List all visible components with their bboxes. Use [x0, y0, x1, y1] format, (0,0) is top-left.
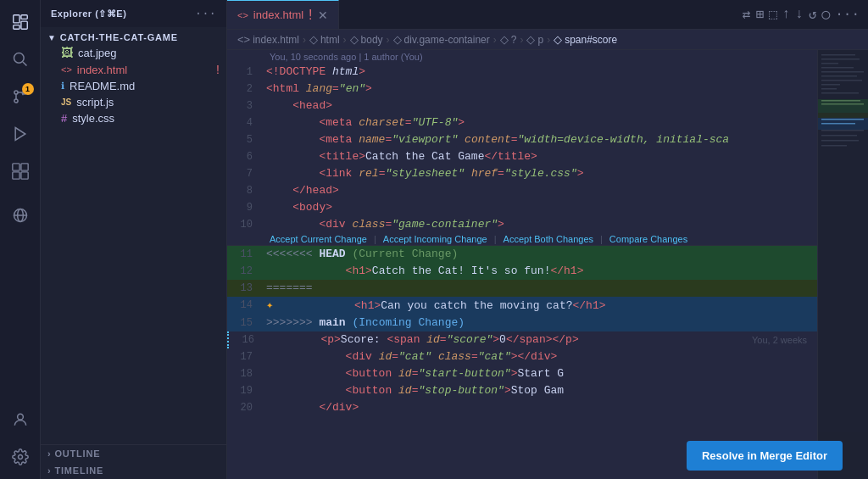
- breadcrumb-file-icon: <>: [237, 33, 250, 46]
- svg-rect-32: [821, 103, 864, 105]
- code-line-20: 20 </div>: [227, 399, 817, 416]
- conflict-actions-bar: Accept Current Change | Accept Incoming …: [227, 233, 817, 246]
- extensions-icon[interactable]: [5, 156, 36, 187]
- breadcrumb-item-div[interactable]: ◇ div.game-container: [393, 33, 490, 46]
- svg-rect-2: [20, 21, 26, 29]
- breadcrumb-item-body[interactable]: ◇ body: [350, 33, 383, 46]
- breadcrumb-item-file[interactable]: <> index.html: [237, 33, 299, 46]
- sidebar-more-icon[interactable]: ···: [195, 7, 216, 20]
- svg-rect-38: [821, 135, 857, 136]
- svg-rect-29: [821, 92, 859, 94]
- code-line-11: 11 <<<<<<< HEAD (Current Change): [227, 246, 817, 263]
- source-control-badge: 1: [22, 83, 34, 95]
- code-content: 1 <!DOCTYPE html> 2 <html lang="en"> 3 <…: [227, 64, 817, 479]
- file-item-cat[interactable]: 🖼 cat.jpeg: [41, 44, 226, 61]
- source-control-icon[interactable]: 1: [5, 81, 36, 112]
- svg-marker-9: [15, 128, 25, 141]
- code-line-15: 15 >>>>>>> main (Incoming Change): [227, 315, 817, 331]
- code-line-5: 5 <meta name="viewport" content="width=d…: [227, 131, 817, 148]
- sidebar-title: Explorer (⇧⌘E): [51, 8, 126, 19]
- html-file-icon: <>: [61, 64, 72, 75]
- sidebar-section-outline[interactable]: › OUTLINE: [41, 445, 226, 462]
- svg-rect-33: [818, 113, 868, 118]
- circle-icon[interactable]: ◯: [822, 6, 831, 23]
- accept-both-action[interactable]: Accept Both Changes: [504, 234, 593, 244]
- code-line-17: 17 <div id="cat" class="cat"></div>: [227, 348, 817, 365]
- breadcrumb-sep-4: ›: [493, 34, 497, 46]
- file-item-style[interactable]: # style.css: [41, 110, 226, 126]
- breadcrumb-item-q[interactable]: ◇ ?: [500, 33, 517, 46]
- git-blame: You, 10 seconds ago | 1 author (You): [227, 50, 817, 64]
- svg-rect-22: [821, 63, 838, 64]
- search-icon[interactable]: [5, 44, 36, 75]
- sidebar-actions: ···: [195, 7, 216, 20]
- breadcrumb-q-icon: ◇: [500, 33, 509, 46]
- breadcrumb-span-icon: ◇: [554, 33, 562, 46]
- preview-icon[interactable]: ⬚: [769, 6, 777, 23]
- folder-section: ▼ CATCH-THE-CAT-GAME 🖼 cat.jpeg <> index…: [41, 27, 226, 130]
- file-name-readme: README.md: [70, 80, 220, 92]
- breadcrumb: <> index.html › ◇ html › ◇ body › ◇ div.…: [227, 30, 868, 50]
- svg-rect-0: [13, 15, 19, 23]
- svg-rect-37: [821, 130, 864, 131]
- sidebar-header: Explorer (⇧⌘E) ···: [41, 0, 226, 27]
- folder-header[interactable]: ▼ CATCH-THE-CAT-GAME: [41, 31, 226, 44]
- svg-rect-3: [13, 25, 19, 30]
- sidebar-section-timeline[interactable]: › TIMELINE: [41, 462, 226, 479]
- tab-bar: <> index.html ! ✕ ⇄ ⊞ ⬚ ↑ ↓ ↺ ◯ ···: [227, 0, 868, 30]
- svg-rect-40: [821, 145, 847, 147]
- sidebar-bottom: › OUTLINE › TIMELINE: [41, 444, 226, 479]
- file-name-script: script.js: [76, 96, 220, 109]
- resolve-merge-editor-button[interactable]: Resolve in Merge Editor: [687, 441, 843, 471]
- run-icon[interactable]: [5, 119, 36, 149]
- tab-index-html[interactable]: <> index.html ! ✕: [227, 0, 339, 29]
- svg-point-4: [14, 53, 24, 64]
- file-name-style: style.css: [72, 112, 220, 125]
- breadcrumb-html-icon: ◇: [309, 33, 318, 46]
- svg-rect-28: [821, 88, 837, 90]
- code-editor[interactable]: You, 10 seconds ago | 1 author (You) 1 <…: [227, 50, 868, 479]
- breadcrumb-item-span[interactable]: ◇ span#score: [554, 33, 617, 46]
- code-line-7: 7 <link rel="stylesheet" href="style.css…: [227, 165, 817, 182]
- files-icon[interactable]: [5, 7, 36, 37]
- navigate-up-icon[interactable]: ↑: [782, 7, 791, 22]
- tab-name: index.html: [253, 8, 303, 21]
- file-item-script[interactable]: JS script.js: [41, 94, 226, 110]
- file-name-index: index.html: [77, 64, 211, 76]
- compare-changes-action[interactable]: Compare Changes: [609, 234, 687, 244]
- tab-actions: ⇄ ⊞ ⬚ ↑ ↓ ↺ ◯ ···: [734, 0, 868, 29]
- merge-button-container: Resolve in Merge Editor: [687, 441, 843, 471]
- breadcrumb-sep-1: ›: [303, 34, 306, 46]
- timeline-chevron-icon: ›: [47, 465, 51, 476]
- css-file-icon: #: [61, 112, 67, 125]
- settings-icon[interactable]: [5, 442, 36, 472]
- split-editor-icon[interactable]: ⇄: [743, 6, 751, 23]
- breadcrumb-item-p[interactable]: ◇ p: [526, 33, 543, 46]
- breadcrumb-div-icon: ◇: [393, 33, 402, 46]
- svg-rect-31: [821, 100, 860, 102]
- file-item-readme[interactable]: ℹ README.md: [41, 78, 226, 94]
- layout-icon[interactable]: ⊞: [755, 6, 764, 23]
- file-item-index[interactable]: <> index.html !: [41, 61, 226, 78]
- more-actions-icon[interactable]: ···: [835, 7, 860, 22]
- account-icon[interactable]: [5, 404, 36, 435]
- sidebar: Explorer (⇧⌘E) ··· ▼ CATCH-THE-CAT-GAME …: [41, 0, 227, 479]
- svg-point-17: [17, 414, 23, 420]
- tab-close-button[interactable]: ✕: [318, 8, 328, 22]
- code-line-6: 6 <title>Catch the Cat Game</title>: [227, 148, 817, 165]
- code-line-2: 2 <html lang="en">: [227, 81, 817, 97]
- svg-rect-13: [20, 172, 27, 179]
- accept-current-action[interactable]: Accept Current Change: [270, 234, 367, 244]
- svg-rect-24: [821, 71, 864, 73]
- breadcrumb-item-html[interactable]: ◇ html: [309, 33, 340, 46]
- breadcrumb-sep-5: ›: [520, 34, 523, 46]
- tab-modified-indicator: !: [309, 8, 312, 23]
- revert-icon[interactable]: ↺: [809, 6, 817, 23]
- code-line-13: 13 =======: [227, 280, 817, 297]
- accept-incoming-action[interactable]: Accept Incoming Change: [383, 234, 487, 244]
- remote-explorer-icon[interactable]: [5, 200, 36, 231]
- navigate-down-icon[interactable]: ↓: [795, 7, 804, 22]
- code-line-1: 1 <!DOCTYPE html>: [227, 64, 817, 81]
- code-line-16: 16 <p>Score: <span id="score">0</span></…: [227, 331, 817, 348]
- js-file-icon: JS: [61, 97, 71, 107]
